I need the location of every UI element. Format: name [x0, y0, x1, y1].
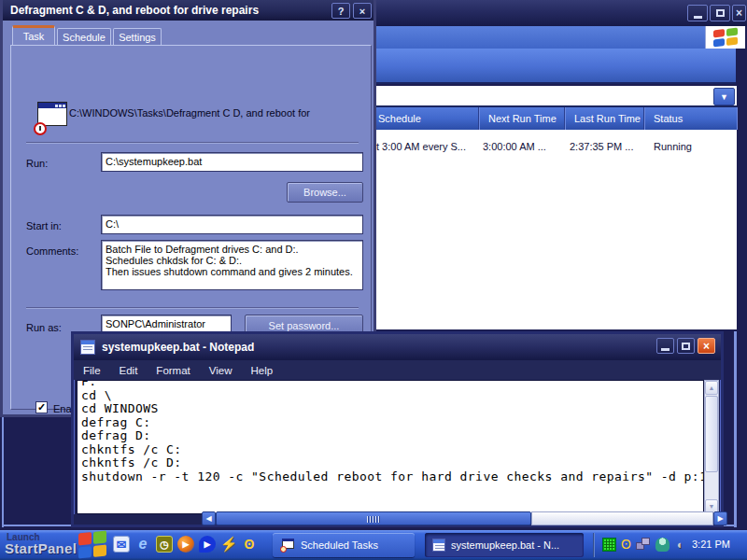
notepad-content: F: cd \ cd WINDOWS defrag C: defrag D: c… — [78, 380, 703, 483]
tab-task[interactable]: Task — [12, 25, 55, 45]
notepad-icon — [432, 539, 445, 552]
aim-icon[interactable]: ʘ — [241, 536, 258, 553]
taskbar-button-scheduled-tasks[interactable]: Scheduled Tasks — [273, 533, 415, 557]
task-path: C:\WINDOWS\Tasks\Defragment C D, and reb… — [69, 107, 349, 119]
run-label: Run: — [26, 158, 48, 169]
window-right-edge — [734, 331, 737, 527]
scrollbar-thumb[interactable] — [705, 396, 718, 472]
taskbar-button-label: systemupkeep.bat - N... — [451, 539, 559, 551]
notepad-menubar: File Edit Format View Help — [74, 360, 721, 380]
notepad-window: systemupkeep.bat - Notepad × File Edit F… — [71, 331, 724, 527]
start-label: StartPanel — [5, 540, 77, 556]
run-input[interactable]: C:\systemupkeep.bat — [101, 152, 363, 172]
run-as-label: Run as: — [26, 322, 62, 333]
windows-flag-icon — [713, 28, 738, 48]
tab-settings[interactable]: Settings — [113, 28, 162, 45]
tray-divider — [593, 533, 595, 557]
menu-format[interactable]: Format — [156, 365, 190, 376]
clock-icon — [34, 122, 47, 135]
column-header-next-run-time[interactable]: Next Run Time — [479, 107, 565, 130]
minimize-icon[interactable] — [687, 5, 708, 21]
taskbar-button-label: Scheduled Tasks — [301, 539, 378, 551]
screen: × ▼ Schedule Next Run Time Last Run Time… — [0, 0, 747, 560]
minimize-icon[interactable] — [656, 338, 674, 354]
horizontal-scrollbar[interactable]: ◀ ▶ — [202, 511, 743, 525]
menu-help[interactable]: Help — [251, 365, 274, 376]
close-icon[interactable]: × — [353, 3, 372, 19]
help-icon[interactable]: ? — [331, 3, 350, 19]
scheduled-task-icon — [34, 102, 67, 132]
network-activity-icon[interactable] — [602, 538, 616, 552]
scrollbar-track[interactable] — [531, 511, 713, 525]
close-icon[interactable]: × — [732, 5, 746, 21]
address-dropdown-button[interactable]: ▼ — [713, 88, 735, 105]
column-header-status[interactable]: Status — [644, 107, 737, 130]
maximize-icon[interactable] — [710, 5, 730, 21]
notepad-title: systemupkeep.bat - Notepad — [102, 341, 254, 354]
winamp-icon[interactable]: ⚡ — [220, 536, 237, 553]
start-in-label: Start in: — [26, 220, 62, 231]
comments-input[interactable]: Batch File to Defragment drives C: and D… — [101, 240, 363, 290]
internet-explorer-icon[interactable]: e — [134, 536, 151, 553]
window-left-edge — [2, 415, 4, 527]
scrollbar-thumb[interactable] — [216, 511, 531, 525]
scheduled-task-icon — [280, 539, 295, 553]
separator — [26, 142, 359, 143]
timer-icon[interactable]: ◷ — [156, 536, 173, 553]
column-header-last-run-time[interactable]: Last Run Time — [565, 107, 644, 130]
separator — [26, 307, 359, 308]
browse-button[interactable]: Browse... — [287, 182, 363, 203]
tab-schedule[interactable]: Schedule — [57, 28, 111, 45]
taskbar-button-notepad[interactable]: systemupkeep.bat - N... — [425, 533, 584, 557]
windows-logo-box — [705, 26, 745, 49]
network-connections-icon[interactable] — [636, 538, 650, 552]
messenger-user-icon[interactable] — [655, 538, 669, 552]
cell-last-run-time: 2:37:35 PM ... — [570, 141, 633, 152]
start-button[interactable]: Launch StartPanel — [2, 530, 110, 560]
volume-icon[interactable]: ◖ — [672, 538, 686, 552]
start-in-input[interactable]: C:\ — [101, 215, 363, 234]
enabled-checkbox[interactable]: ✓ — [35, 401, 48, 413]
dialog-titlebar[interactable]: Defragment C & D, and reboot for drive r… — [3, 0, 374, 21]
notepad-icon — [80, 340, 95, 355]
messenger-icon[interactable]: ▶ — [199, 536, 216, 553]
cell-next-run-time: 3:00:00 AM ... — [483, 141, 546, 152]
outlook-express-icon[interactable]: ✉ — [113, 536, 130, 553]
maximize-icon[interactable] — [677, 338, 695, 354]
media-player-icon[interactable]: ▶ — [177, 536, 194, 553]
menu-edit[interactable]: Edit — [120, 365, 138, 376]
menu-view[interactable]: View — [209, 365, 233, 376]
comments-label: Comments: — [26, 245, 78, 257]
dialog-title: Defragment C & D, and reboot for drive r… — [10, 4, 259, 17]
scroll-up-icon[interactable]: ▲ — [705, 381, 718, 395]
vertical-scrollbar[interactable]: ▲ ▼ — [704, 380, 719, 514]
scroll-left-icon[interactable]: ◀ — [202, 511, 216, 525]
notepad-titlebar[interactable]: systemupkeep.bat - Notepad × — [74, 334, 721, 360]
cell-status: Running — [654, 141, 692, 152]
clock[interactable]: 3:21 PM — [692, 539, 730, 550]
windows-flag-icon — [78, 530, 106, 558]
scroll-right-icon[interactable]: ▶ — [713, 511, 727, 525]
cell-schedule: t 3:00 AM every S... — [376, 141, 466, 152]
menu-file[interactable]: File — [83, 365, 101, 376]
close-icon[interactable]: × — [698, 338, 715, 354]
taskbar: Launch StartPanel ✉ e ◷ ▶ ▶ ⚡ ʘ Schedule… — [0, 530, 747, 560]
notepad-text-area[interactable]: F: cd \ cd WINDOWS defrag C: defrag D: c… — [77, 380, 704, 514]
aim-icon[interactable]: ʘ — [619, 538, 633, 552]
